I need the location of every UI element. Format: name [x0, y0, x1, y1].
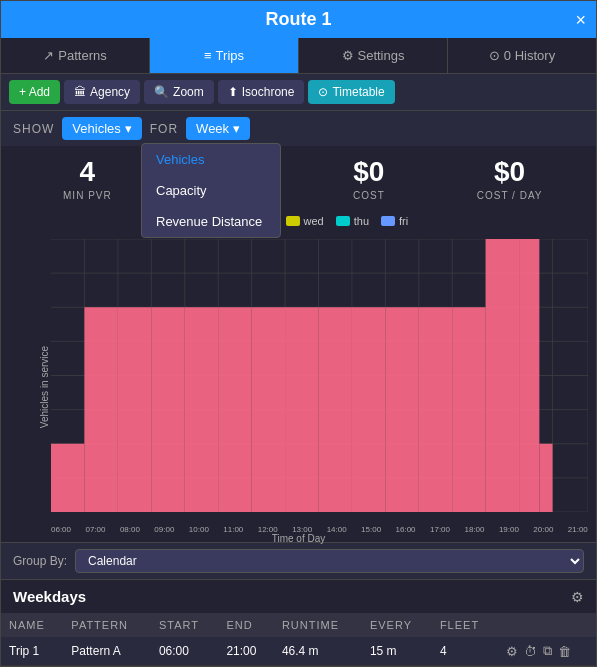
- cell-every: 15 m: [362, 637, 432, 666]
- show-bar: SHOW Vehicles ▾ FOR Week ▾ Vehicles Capa…: [1, 111, 596, 146]
- close-button[interactable]: ×: [575, 9, 586, 30]
- col-pattern: PATTERN: [63, 613, 151, 637]
- legend-wed: wed: [286, 215, 324, 227]
- vehicles-dropdown[interactable]: Vehicles ▾: [62, 117, 141, 140]
- dropdown-item-revenue-distance[interactable]: Revenue Distance: [142, 206, 280, 237]
- x-tick-1500: 15:00: [361, 525, 381, 534]
- stat-cost-per-day-value: $0: [439, 156, 580, 188]
- week-dropdown[interactable]: Week ▾: [186, 117, 250, 140]
- x-tick-0900: 09:00: [154, 525, 174, 534]
- col-every: EVERY: [362, 613, 432, 637]
- copy-icon[interactable]: ⧉: [543, 643, 552, 659]
- modal-header: Route 1 ×: [1, 1, 596, 38]
- svg-rect-38: [486, 239, 519, 512]
- isochrone-label: Isochrone: [242, 85, 295, 99]
- edit-icon[interactable]: ⚙: [506, 644, 518, 659]
- chart-legend: mon tue wed thu fri: [1, 211, 596, 231]
- col-end: END: [218, 613, 273, 637]
- x-tick-1600: 16:00: [396, 525, 416, 534]
- zoom-icon: 🔍: [154, 85, 169, 99]
- dropdown-arrow-icon: ▾: [125, 121, 132, 136]
- svg-rect-25: [51, 444, 84, 512]
- group-by-label: Group By:: [13, 554, 67, 568]
- show-label: SHOW: [13, 122, 54, 136]
- settings-icon: ⚙: [342, 48, 354, 63]
- tab-bar: ↗ Patterns ≡ Trips ⚙ Settings ⊙ 0 Histor…: [1, 38, 596, 74]
- timetable-icon: ⊙: [318, 85, 328, 99]
- isochrone-button[interactable]: ⬆ Isochrone: [218, 80, 305, 104]
- svg-rect-34: [352, 307, 385, 512]
- trips-table-head: NAME PATTERN START END RUNTIME EVERY FLE…: [1, 613, 596, 637]
- x-tick-0700: 07:00: [85, 525, 105, 534]
- col-start: START: [151, 613, 219, 637]
- svg-rect-30: [218, 307, 251, 512]
- tab-history[interactable]: ⊙ 0 History: [448, 38, 596, 73]
- zoom-button[interactable]: 🔍 Zoom: [144, 80, 214, 104]
- weekdays-title: Weekdays: [13, 588, 86, 605]
- svg-rect-31: [252, 307, 285, 512]
- trips-table: NAME PATTERN START END RUNTIME EVERY FLE…: [1, 613, 596, 666]
- stat-cost-per-day-label: COST / DAY: [439, 190, 580, 201]
- action-icons: ⚙ ⏱ ⧉ 🗑: [506, 643, 588, 659]
- x-axis-label: Time of Day: [272, 533, 326, 544]
- stat-min-pvr: 4 MIN PVR: [17, 156, 158, 201]
- stat-cost-label: COST: [299, 190, 440, 201]
- clock-icon[interactable]: ⏱: [524, 644, 537, 659]
- legend-thu: thu: [336, 215, 369, 227]
- modal-title: Route 1: [265, 9, 331, 30]
- svg-rect-32: [285, 307, 318, 512]
- stat-cost: $0 COST: [299, 156, 440, 201]
- stat-min-pvr-value: 4: [17, 156, 158, 188]
- trips-icon: ≡: [204, 48, 212, 63]
- week-label: Week: [196, 121, 229, 136]
- svg-rect-39: [519, 239, 539, 512]
- vehicles-label: Vehicles: [72, 121, 120, 136]
- tab-settings[interactable]: ⚙ Settings: [299, 38, 448, 73]
- cell-trip-name: Trip 1: [1, 637, 63, 666]
- tab-patterns[interactable]: ↗ Patterns: [1, 38, 150, 73]
- svg-rect-28: [151, 307, 184, 512]
- svg-rect-27: [118, 307, 151, 512]
- legend-fri: fri: [381, 215, 408, 227]
- svg-rect-29: [185, 307, 218, 512]
- cell-pattern: Pattern A: [63, 637, 151, 666]
- stat-cost-per-day: $0 COST / DAY: [439, 156, 580, 201]
- dropdown-item-vehicles[interactable]: Vehicles: [142, 144, 280, 175]
- group-by-bar: Group By: Calendar: [1, 542, 596, 579]
- timetable-label: Timetable: [332, 85, 384, 99]
- x-tick-0600: 06:00: [51, 525, 71, 534]
- stat-min-pvr-label: MIN PVR: [17, 190, 158, 201]
- delete-icon[interactable]: 🗑: [558, 644, 571, 659]
- legend-wed-dot: [286, 216, 300, 226]
- col-runtime: RUNTIME: [274, 613, 362, 637]
- weekdays-settings-button[interactable]: ⚙: [571, 589, 584, 605]
- agency-button[interactable]: 🏛 Agency: [64, 80, 140, 104]
- trips-table-body: Trip 1 Pattern A 06:00 21:00 46.4 m 15 m…: [1, 637, 596, 666]
- x-tick-1700: 17:00: [430, 525, 450, 534]
- chart-svg: 4.0 3.5 3.0 2.5 2.0 1.5 1.0 0.5 0: [51, 239, 588, 512]
- svg-rect-36: [419, 307, 452, 512]
- tab-trips[interactable]: ≡ Trips: [150, 38, 299, 73]
- svg-rect-26: [84, 307, 117, 512]
- cell-start: 06:00: [151, 637, 219, 666]
- dropdown-item-capacity[interactable]: Capacity: [142, 175, 280, 206]
- tab-history-label: 0 History: [504, 48, 555, 63]
- route-modal: Route 1 × ↗ Patterns ≡ Trips ⚙ Settings …: [0, 0, 597, 667]
- timetable-button[interactable]: ⊙ Timetable: [308, 80, 394, 104]
- stats-bar: 4 MIN PVR 658 REVENUE $0 COST $0 COST / …: [1, 146, 596, 211]
- history-icon: ⊙: [489, 48, 500, 63]
- legend-thu-label: thu: [354, 215, 369, 227]
- toolbar: + Add 🏛 Agency 🔍 Zoom ⬆ Isochrone ⊙ Time…: [1, 74, 596, 111]
- isochrone-icon: ⬆: [228, 85, 238, 99]
- col-fleet: FLEET: [432, 613, 499, 637]
- for-label: FOR: [150, 122, 178, 136]
- agency-icon: 🏛: [74, 85, 86, 99]
- group-by-select[interactable]: Calendar: [75, 549, 584, 573]
- table-row: Trip 1 Pattern A 06:00 21:00 46.4 m 15 m…: [1, 637, 596, 666]
- add-button[interactable]: + Add: [9, 80, 60, 104]
- cell-actions: ⚙ ⏱ ⧉ 🗑: [498, 637, 596, 666]
- x-tick-2100: 21:00: [568, 525, 588, 534]
- y-axis-label: Vehicles in service: [39, 345, 50, 427]
- x-tick-1900: 19:00: [499, 525, 519, 534]
- chart-area: Vehicles in service: [1, 231, 596, 542]
